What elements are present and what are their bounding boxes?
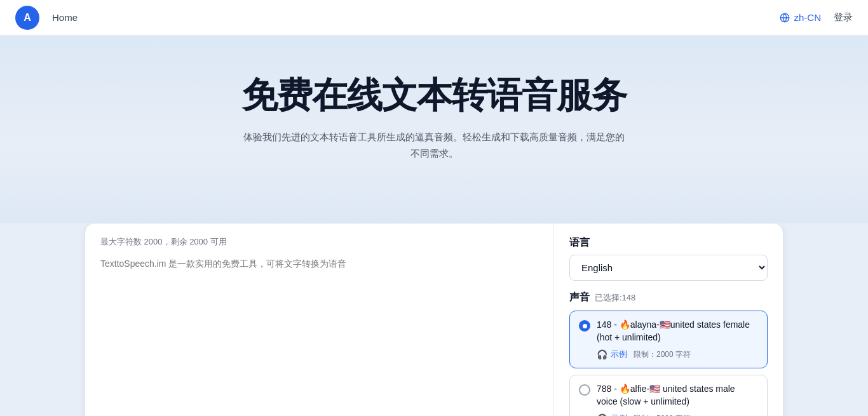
voice-148-demo-label: 示例 xyxy=(611,349,627,360)
language-section-label: 语言 xyxy=(569,236,768,250)
voice-148-demo-button[interactable]: 🎧 示例 xyxy=(597,349,627,360)
login-button[interactable]: 登录 xyxy=(834,11,853,23)
voice-788-bottom: 🎧 示例 限制：5000 字符 xyxy=(579,413,758,416)
logo-text: A xyxy=(24,12,31,23)
text-input-panel: 最大字符数 2000，剩余 2000 可用 xyxy=(85,224,554,416)
voice-count-badge: 已选择:148 xyxy=(595,292,635,304)
voice-section-title: 声音 xyxy=(569,291,590,304)
voice-788-name: 788 - 🔥alfie-🇺🇸 united states male voice… xyxy=(597,383,758,408)
main-card: 最大字符数 2000，剩余 2000 可用 语言 English Chinese… xyxy=(85,223,783,416)
voice-item-788-top: 788 - 🔥alfie-🇺🇸 united states male voice… xyxy=(579,383,758,408)
globe-icon xyxy=(780,13,790,23)
hero-subtitle: 体验我们先进的文本转语音工具所生成的逼真音频。轻松生成和下载高质量音频，满足您的… xyxy=(243,129,625,161)
voice-788-demo-button[interactable]: 🎧 示例 xyxy=(597,413,627,416)
voice-item-148-top: 148 - 🔥alayna-🇺🇸united states female (ho… xyxy=(579,319,758,344)
voice-148-name: 148 - 🔥alayna-🇺🇸united states female (ho… xyxy=(597,319,758,344)
lang-label: zh-CN xyxy=(794,12,821,23)
main-content: 最大字符数 2000，剩余 2000 可用 语言 English Chinese… xyxy=(72,223,796,416)
hero-section: 免费在线文本转语音服务 体验我们先进的文本转语音工具所生成的逼真音频。轻松生成和… xyxy=(0,36,868,223)
voice-788-demo-label: 示例 xyxy=(611,413,627,416)
voice-section: 声音 已选择:148 148 - 🔥alayna-🇺🇸united states… xyxy=(569,291,768,416)
voice-788-limit: 限制：5000 字符 xyxy=(634,413,691,416)
navbar: A Home zh-CN 登录 xyxy=(0,0,868,36)
language-section: 语言 English Chinese Spanish French German… xyxy=(569,236,768,281)
voice-148-radio[interactable] xyxy=(579,320,590,332)
headphone-icon-788: 🎧 xyxy=(597,413,607,416)
language-switcher[interactable]: zh-CN xyxy=(780,12,821,23)
hero-title: 免费在线文本转语音服务 xyxy=(13,74,855,116)
navbar-right: zh-CN 登录 xyxy=(780,11,853,23)
voice-148-bottom: 🎧 示例 限制：2000 字符 xyxy=(579,349,758,360)
settings-panel: 语言 English Chinese Spanish French German… xyxy=(554,224,783,416)
voice-788-radio[interactable] xyxy=(579,384,590,396)
voice-148-limit: 限制：2000 字符 xyxy=(634,349,691,360)
home-link[interactable]: Home xyxy=(52,12,780,23)
language-select[interactable]: English Chinese Spanish French German Ja… xyxy=(569,255,768,281)
text-input[interactable] xyxy=(100,257,538,416)
voice-section-header: 声音 已选择:148 xyxy=(569,291,768,304)
logo[interactable]: A xyxy=(15,6,39,30)
voice-item-148[interactable]: 148 - 🔥alayna-🇺🇸united states female (ho… xyxy=(569,311,768,368)
voice-item-788[interactable]: 788 - 🔥alfie-🇺🇸 united states male voice… xyxy=(569,375,768,416)
char-count-label: 最大字符数 2000，剩余 2000 可用 xyxy=(100,236,538,248)
headphone-icon-148: 🎧 xyxy=(597,349,607,359)
